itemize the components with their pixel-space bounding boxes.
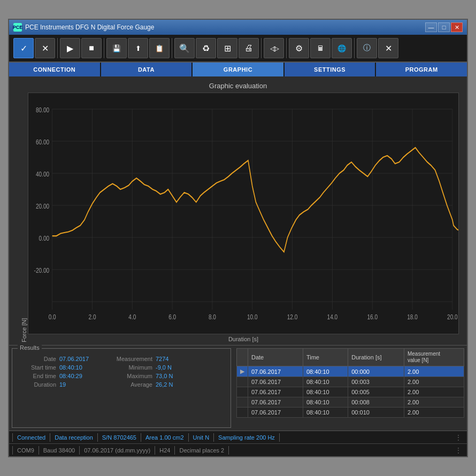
row-duration: 00:003 [348,377,404,387]
chart-area: Graphic evaluation Force [N] [9,76,467,345]
table-row[interactable]: 07.06.2017 08:40:10 00:010 2.00 [237,408,464,418]
status-baud: Baud 38400 [39,446,80,455]
average-value: 26,2 N [156,381,198,388]
settings-button[interactable]: ⚙ [289,38,309,58]
status-dots: ⋮ [453,433,464,442]
results-grid: Date 07.06.2017 Measurement 7274 Start t… [17,356,226,388]
checkmark-button[interactable]: ✓ [13,38,34,58]
table-scroll[interactable]: Date Time Duration [s] Measurementvalue … [236,348,464,428]
svg-text:80.00: 80.00 [36,106,49,114]
duration-value: 19 [59,381,102,388]
chart-svg: 80.00 60.00 40.00 20.00 0.00 -20.00 0.0 … [28,93,459,334]
svg-text:20.0: 20.0 [447,313,458,321]
chart-inner: 80.00 60.00 40.00 20.00 0.00 -20.00 0.0 … [28,93,459,342]
col-duration[interactable]: Duration [s] [348,349,404,366]
bottom-section: Results Date 07.06.2017 Measurement 7274… [9,345,467,431]
row-value: 2.00 [404,387,464,397]
toolbar-group-1: ✓ ✕ [13,38,58,58]
calculator-button[interactable]: 🖩 [310,38,331,58]
toolbar-group-7: ⓘ ✕ [357,38,401,58]
col-date[interactable]: Date [248,349,303,366]
date-value: 07.06.2017 [59,356,102,362]
col-time[interactable]: Time [303,349,348,366]
row-time: 08:40:10 [303,377,348,387]
row-value: 2.00 [404,366,464,377]
status-unit: Unit N [189,433,214,442]
minimum-value: -9,0 N [156,364,198,371]
toolbar-group-5: ◁▷ [264,38,287,58]
status-bar-2: COM9 Baud 38400 07.06.2017 (dd.mm.yyyy) … [9,443,467,456]
play-button[interactable]: ▶ [60,38,80,58]
nav-program[interactable]: PROGRAM [376,63,467,76]
refresh-button[interactable]: ♻ [196,38,216,58]
row-time: 08:40:10 [303,387,348,397]
svg-rect-0 [28,93,458,334]
table-row[interactable]: 07.06.2017 08:40:10 00:008 2.00 [237,397,464,408]
table-row[interactable]: 07.06.2017 08:40:10 00:005 2.00 [237,387,464,397]
row-duration: 00:010 [348,408,404,418]
cancel-button[interactable]: ✕ [35,38,55,58]
date-label: Date [17,356,59,362]
status-dots-2: ⋮ [453,446,464,455]
svg-text:12.0: 12.0 [287,313,298,321]
maximum-value: 73,0 N [156,373,198,379]
toolbar-group-6: ⚙ 🖩 🌐 [289,38,355,58]
duration-label: Duration [17,381,59,388]
nav-settings[interactable]: SETTINGS [285,63,377,76]
info-button[interactable]: ⓘ [357,38,377,58]
search-button[interactable]: 🔍 [174,38,195,58]
status-h24: H24 [155,446,175,455]
nav-graphic[interactable]: GRAPHIC [193,63,285,76]
row-date: 07.06.2017 [248,397,303,408]
status-connected: Connected [12,433,50,442]
globe-button[interactable]: 🌐 [332,38,352,58]
row-time: 08:40:10 [303,397,348,408]
grid-button[interactable]: ⊞ [217,38,237,58]
nav-connection[interactable]: CONNECTION [9,63,101,76]
export-button[interactable]: ⬆ [128,38,148,58]
start-label: Start time [17,364,59,371]
table-row[interactable]: ▶ 07.06.2017 08:40:10 00:000 2.00 [237,366,464,377]
status-sampling: Sampling rate 200 Hz [214,433,280,442]
minimize-button[interactable]: — [425,22,437,32]
row-value: 2.00 [404,377,464,387]
row-duration: 00:005 [348,387,404,397]
status-bar-1: Connected Data reception S/N 8702465 Are… [9,431,467,443]
col-marker [237,349,248,366]
svg-text:-20.00: -20.00 [34,266,50,275]
status-date-format: 07.06.2017 (dd.mm.yyyy) [80,446,155,455]
close-button[interactable]: ✕ [451,22,463,32]
average-label: Average [102,381,156,388]
clipboard-button[interactable]: 📋 [149,38,170,58]
end-value: 08:40:29 [59,373,102,379]
svg-text:8.0: 8.0 [209,313,216,321]
print-button[interactable]: 🖨 [239,38,259,58]
end-label: End time [17,373,59,379]
col-value[interactable]: Measurementvalue [N] [404,349,464,366]
save-button[interactable]: 💾 [106,38,127,58]
close2-button[interactable]: ✕ [378,38,398,58]
stop-button[interactable]: ■ [81,38,102,58]
row-marker [237,377,248,387]
toolbar: ✓ ✕ ▶ ■ 💾 ⬆ 📋 🔍 ♻ ⊞ 🖨 ◁▷ ⚙ 🖩 🌐 ⓘ ✕ [9,35,467,63]
results-title: Results [18,344,42,351]
filter-button[interactable]: ◁▷ [264,38,284,58]
maximize-button[interactable]: □ [438,22,450,32]
y-axis-label: Force [N] [17,93,28,342]
title-bar: PCE PCE Instruments DFG N Digital Force … [9,20,467,35]
chart-title: Graphic evaluation [17,82,459,90]
status-data-reception: Data reception [50,433,98,442]
status-decimal: Decimal places 2 [175,446,229,455]
row-marker [237,387,248,397]
svg-text:10.0: 10.0 [247,313,258,321]
table-row[interactable]: 07.06.2017 08:40:10 00:003 2.00 [237,377,464,387]
nav-bar: CONNECTION DATA GRAPHIC SETTINGS PROGRAM [9,63,467,76]
app-icon: PCE [13,23,22,32]
nav-data[interactable]: DATA [101,63,193,76]
measurement-label: Measurement [102,356,156,362]
row-date: 07.06.2017 [248,377,303,387]
row-marker: ▶ [237,366,248,377]
status-com: COM9 [12,446,39,455]
svg-text:0.00: 0.00 [39,234,50,243]
row-value: 2.00 [404,397,464,408]
